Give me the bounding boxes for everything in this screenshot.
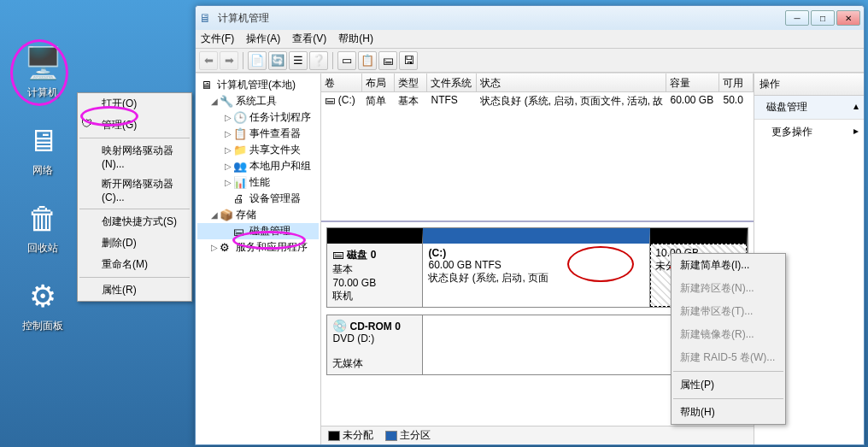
partition-context-menu: 新建简单卷(I)... 新建跨区卷(N)... 新建带区卷(T)... 新建镜像…: [671, 253, 786, 425]
part-size: 60.00 GB NTFS: [428, 259, 501, 271]
tree-system-tools[interactable]: ◢🔧系统工具: [197, 93, 319, 109]
tool-button[interactable]: 🖴: [378, 51, 397, 70]
menu-action[interactable]: 操作(A): [246, 32, 280, 46]
expand-icon: ▷: [223, 145, 233, 155]
menu-new-simple-volume[interactable]: 新建简单卷(I)...: [672, 254, 785, 277]
col-volume[interactable]: 卷: [321, 74, 362, 91]
tree-root[interactable]: 🖥计算机管理(本地): [197, 77, 319, 93]
services-icon: ⚙: [220, 241, 233, 254]
expand-icon: ▷: [223, 129, 233, 138]
up-button[interactable]: 📄: [248, 51, 267, 70]
menu-new-striped-volume[interactable]: 新建带区卷(T)...: [672, 300, 785, 323]
menu-new-spanned-volume[interactable]: 新建跨区卷(N)...: [672, 277, 785, 300]
desktop-icon-cpanel[interactable]: ⚙ 控制面板: [9, 276, 77, 333]
maximize-button[interactable]: □: [811, 10, 835, 26]
ctx-rename[interactable]: 重命名(M): [78, 254, 191, 275]
desktop-icon-computer[interactable]: 🖥️ 计算机: [9, 43, 77, 100]
menu-new-mirrored-volume[interactable]: 新建镜像卷(R)...: [672, 323, 785, 346]
desktop-label: 计算机: [9, 85, 77, 100]
disk-state: 联机: [332, 289, 417, 303]
menu-help[interactable]: 帮助(H): [338, 32, 373, 46]
properties-button[interactable]: ☰: [289, 51, 308, 70]
titlebar[interactable]: 🖥 计算机管理 ─ □ ✕: [196, 6, 864, 30]
menu-new-raid5-volume[interactable]: 新建 RAID-5 卷(W)...: [672, 346, 785, 369]
menu-view[interactable]: 查看(V): [292, 32, 326, 46]
disk-0-header[interactable]: 🖴磁盘 0 基本 70.00 GB 联机: [327, 228, 423, 307]
actions-section[interactable]: 磁盘管理▴: [754, 96, 864, 120]
tree-local-users[interactable]: ▷👥本地用户和组: [197, 158, 319, 174]
menu-help[interactable]: 帮助(H): [672, 401, 785, 424]
tool-button[interactable]: 📋: [358, 51, 377, 70]
chevron-up-icon: ▴: [853, 100, 859, 115]
ctx-manage[interactable]: 🛡管理(G): [78, 115, 191, 136]
ctx-disconnect-drive[interactable]: 断开网络驱动器(C)...: [78, 174, 191, 207]
col-layout[interactable]: 布局: [362, 74, 395, 91]
partition-c[interactable]: (C:) 60.00 GB NTFS 状态良好 (系统, 启动, 页面: [423, 228, 650, 307]
col-status[interactable]: 状态: [477, 74, 666, 91]
col-free[interactable]: 可用: [719, 74, 754, 91]
menu-properties[interactable]: 属性(P): [672, 373, 785, 397]
ctx-map-drive[interactable]: 映射网络驱动器(N)...: [78, 140, 191, 174]
ctx-open[interactable]: 打开(O): [78, 93, 191, 115]
vol-layout: 简单: [362, 92, 395, 109]
desktop: 🖥️ 计算机 🖥 网络 🗑 回收站 ⚙ 控制面板: [0, 0, 85, 447]
window-title: 计算机管理: [218, 11, 785, 26]
refresh-button[interactable]: 🔄: [268, 51, 287, 70]
ctx-properties[interactable]: 属性(R): [78, 279, 191, 301]
actions-more[interactable]: 更多操作▸: [754, 120, 864, 144]
minimize-button[interactable]: ─: [785, 10, 809, 26]
tree-task-scheduler[interactable]: ▷🕒任务计划程序: [197, 109, 319, 126]
vol-capacity: 60.00 GB: [666, 92, 719, 109]
network-icon: 🖥: [22, 121, 63, 162]
separator: [79, 209, 190, 209]
toolbar: ⬅ ➡ 📄 🔄 ☰ ❔ ▭ 📋 🖴 🖫: [196, 49, 864, 73]
disk-icon: 🖴: [233, 225, 247, 238]
col-capacity[interactable]: 容量: [666, 74, 719, 91]
ctx-shortcut[interactable]: 创建快捷方式(S): [78, 211, 191, 232]
tree-services[interactable]: ▷⚙服务和应用程序: [197, 239, 319, 256]
legend-unalloc: 未分配: [328, 428, 373, 443]
vol-fs: NTFS: [427, 92, 477, 109]
help-button[interactable]: ❔: [309, 51, 328, 70]
computer-icon: 🖥️: [22, 43, 63, 84]
shield-icon: 🛡: [81, 117, 92, 130]
menu-file[interactable]: 文件(F): [201, 32, 234, 46]
tree-device-manager[interactable]: 🖨设备管理器: [197, 191, 319, 207]
col-type[interactable]: 类型: [395, 74, 427, 91]
col-filesystem[interactable]: 文件系统: [427, 74, 477, 91]
mmc-icon: 🖥: [199, 11, 213, 25]
disk-title: 磁盘 0: [347, 249, 376, 261]
close-button[interactable]: ✕: [836, 10, 860, 26]
separator: [332, 52, 333, 69]
cdrom-status: 无媒体: [332, 356, 417, 371]
tree-performance[interactable]: ▷📊性能: [197, 174, 319, 191]
back-button[interactable]: ⬅: [199, 51, 218, 70]
desktop-label: 网络: [9, 163, 77, 178]
part-label: (C:): [428, 247, 446, 259]
separator: [243, 52, 243, 69]
event-icon: 📋: [233, 127, 247, 140]
volume-row[interactable]: 🖴 (C:) 简单 基本 NTFS 状态良好 (系统, 启动, 页面文件, 活动…: [321, 92, 754, 109]
vol-free: 50.0: [719, 92, 754, 109]
forward-button[interactable]: ➡: [220, 51, 238, 70]
tree-storage[interactable]: ◢📦存储: [197, 207, 319, 223]
volume-list: 🖴 (C:) 简单 基本 NTFS 状态良好 (系统, 启动, 页面文件, 活动…: [321, 92, 754, 221]
context-menu-computer: 打开(O) 🛡管理(G) 映射网络驱动器(N)... 断开网络驱动器(C)...…: [77, 92, 192, 302]
tree-pane: 🖥计算机管理(本地) ◢🔧系统工具 ▷🕒任务计划程序 ▷📋事件查看器 ▷📁共享文…: [196, 74, 321, 444]
tool-button[interactable]: 🖫: [399, 51, 418, 70]
expand-icon: ▷: [209, 243, 220, 252]
desktop-icon-recycle[interactable]: 🗑 回收站: [9, 198, 77, 256]
tool-button[interactable]: ▭: [337, 51, 356, 70]
chevron-right-icon: ▸: [853, 125, 859, 139]
tree-disk-management[interactable]: 🖴磁盘管理: [197, 223, 319, 239]
cdrom-header[interactable]: 💿CD-ROM 0 DVD (D:) 无媒体: [327, 315, 423, 374]
legend: 未分配 主分区: [321, 426, 754, 444]
tree-shared-folders[interactable]: ▷📁共享文件夹: [197, 142, 319, 158]
cdrom-title: CD-ROM 0: [349, 321, 400, 332]
disk-kind: 基本: [332, 262, 417, 277]
folder-icon: 📁: [233, 144, 247, 156]
desktop-icon-network[interactable]: 🖥 网络: [9, 121, 77, 178]
ctx-delete[interactable]: 删除(D): [78, 232, 191, 254]
tree-event-viewer[interactable]: ▷📋事件查看器: [197, 126, 319, 142]
device-icon: 🖨: [233, 192, 247, 205]
